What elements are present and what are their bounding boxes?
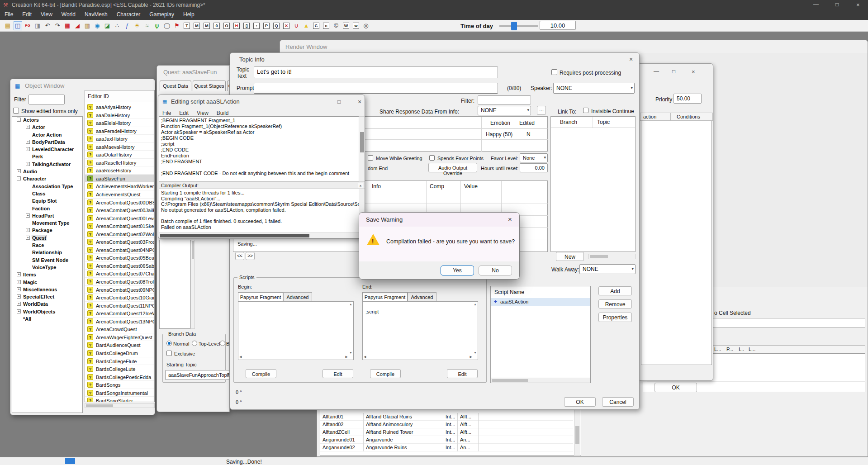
warning-icon[interactable]: ▲ [303,22,310,30]
tree-item-association-type[interactable]: Association Type [12,183,82,190]
tab-quest-stages[interactable]: Quest Stages [193,81,226,91]
dialogue-icon[interactable]: ◯ [163,22,171,30]
editor-id-row[interactable]: ?AchievementsHardWorkerFor [85,182,155,190]
fog-icon[interactable]: ≈ [143,22,151,30]
scroll-up-icon[interactable]: ▲ [474,303,477,306]
begin-compile-button[interactable]: Compile [246,369,276,378]
tab-quest-data[interactable]: Quest Data [160,81,191,91]
close-icon[interactable]: × [629,56,633,63]
tree-item-race[interactable]: Race [12,242,82,249]
editor-id-row[interactable]: ?BardsCollegeFlute [85,357,155,365]
compiler-output-area[interactable]: Starting 1 compile threads for 1 files..… [159,189,359,232]
ownership-column-header[interactable]: L... [714,346,721,352]
ownership-column-header[interactable]: I... [739,346,744,352]
tree-item-quest[interactable]: +Quest [12,235,82,242]
code-vscrollbar[interactable] [359,116,365,182]
prompt-input[interactable] [254,83,498,94]
prev-response-button[interactable]: << [235,252,244,260]
world-icon[interactable]: ◉ [94,22,101,30]
time-of-day-slider-thumb[interactable] [511,22,517,30]
share-response-combo[interactable]: NONE▾ [478,106,531,115]
end-compile-button[interactable]: Compile [370,369,401,378]
local-map-icon[interactable]: ▥ [84,22,91,30]
editor-id-hscrollbar[interactable] [85,403,155,408]
starting-topic-combo[interactable]: aaaSlaveFunApproachTopic▾ [165,370,230,380]
circle-w-icon[interactable]: ◎ [362,22,370,30]
topic-text-input[interactable]: Let's get to it! [254,66,498,78]
box-t-icon[interactable]: T [184,23,190,29]
editor-id-row[interactable]: ?ArenaCombatQuest02Wolve [85,230,155,238]
compiler-output-close-button[interactable]: x [358,183,363,188]
menu-world[interactable]: World [57,10,80,19]
show-edited-checkbox[interactable] [13,108,19,114]
save-warning-titlebar[interactable]: Save Warning × [359,213,520,227]
box-o-icon[interactable]: O [223,23,230,29]
menu-gameplay[interactable]: Gameplay [145,10,179,19]
box-p-icon[interactable]: P [263,23,270,29]
editor-id-row[interactable]: ?aaaDaleHistory [85,111,155,119]
no-button[interactable]: No [479,266,512,275]
new-branch-button[interactable]: New [556,252,584,261]
circle-m-icon[interactable]: M [204,23,210,29]
copyright-icon[interactable]: © [332,22,340,30]
conditions-list[interactable] [641,121,712,365]
ok-button[interactable]: OK [564,397,596,407]
cell-row[interactable]: Alftand02Alftand AnimonculoryInt...Alft.… [320,421,573,428]
marker-icon[interactable]: ⚑ [173,22,181,30]
response-filter-input[interactable] [478,95,531,104]
quest-topics-list[interactable] [159,240,190,329]
cancel-button[interactable]: Cancel [602,397,634,407]
tree-item-faction[interactable]: Faction [12,205,82,213]
pg-save-icon[interactable]: PG [24,22,32,30]
tree-item-perk[interactable]: Perk [12,153,82,161]
menu-file[interactable]: File [0,10,18,19]
tree-item-worlddata[interactable]: +WorldData [12,301,82,308]
walk-away-combo[interactable]: NONE▾ [579,264,636,274]
close-icon[interactable]: × [692,68,695,75]
editor-id-row[interactable]: ?ArenaCrowdQuest [85,325,155,333]
maximize-button[interactable]: □ [672,68,675,75]
editor-id-row[interactable]: ?BardSongs [85,381,155,389]
cell-view-ok-button[interactable]: OK [655,383,697,392]
scroll-down-icon[interactable]: ▼ [474,351,477,354]
scroll-down-icon[interactable]: ▼ [349,351,352,354]
branch-blocking-radio[interactable] [220,341,225,346]
expand-icon[interactable]: + [26,125,30,129]
script-editor-titlebar[interactable]: ▦ Editing script aaaSLAction — □ × [158,95,365,109]
tree-item-sm-event-node[interactable]: SM Event Node [12,257,82,264]
editor-id-row[interactable]: ?ArenaCombatQuest10Giant [85,294,155,302]
grass-icon[interactable]: ψ [153,22,161,30]
scroll-right-icon[interactable]: ▶ [470,355,472,359]
tab-end-advanced[interactable]: Advanced [408,292,436,301]
minimize-button[interactable]: — [654,68,659,75]
expand-icon[interactable]: + [17,272,21,276]
editor-id-row[interactable]: ?BardsCollegePoeticEdda [85,373,155,381]
redo-icon[interactable]: ↷ [54,22,62,30]
tree-item-actors[interactable]: -Actors [12,117,82,124]
menu-character[interactable]: Character [112,10,145,19]
box-w2-icon[interactable]: w [353,23,359,29]
editor-id-list[interactable]: ?aaaArlyaHistory?aaaDaleHistory?aaaEleia… [85,103,155,402]
editor-id-row[interactable]: ?ArenaCombatQuest12IceWr [85,309,155,318]
requires-pp-checkbox[interactable] [551,69,557,75]
end-edit-button[interactable]: Edit [447,369,478,378]
box-m-icon[interactable]: M [194,23,200,29]
undo-icon[interactable]: ↶ [44,22,52,30]
editor-id-row[interactable]: ?aaaArlyaHistory [85,103,155,111]
minimize-button[interactable]: — [813,1,819,8]
expand-icon[interactable]: + [26,162,30,166]
expand-icon[interactable]: + [26,147,30,151]
code-editor[interactable]: ;BEGIN FRAGMENT Fragment_1Function Fragm… [159,116,359,182]
script-name-row[interactable]: + aaaSLAction [491,298,590,306]
scroll-left-icon[interactable]: ◀ [239,355,242,359]
tree-item-voicetype[interactable]: VoiceType [12,264,82,271]
scroll-right-icon[interactable]: ▶ [346,355,348,359]
remove-script-button[interactable]: Remove [598,299,632,308]
close-icon[interactable]: × [508,215,512,223]
editor-id-row[interactable]: ?ArenaCombatQuest01Skeev [85,222,155,230]
audio-output-override-button[interactable]: Audio Output Override [428,163,477,172]
box-0-icon[interactable]: 0 [213,23,220,29]
havok-icon[interactable]: ƒ [123,22,131,30]
light-icon[interactable]: ☀ [133,22,141,30]
preferences-icon[interactable]: ◨ [34,22,42,30]
